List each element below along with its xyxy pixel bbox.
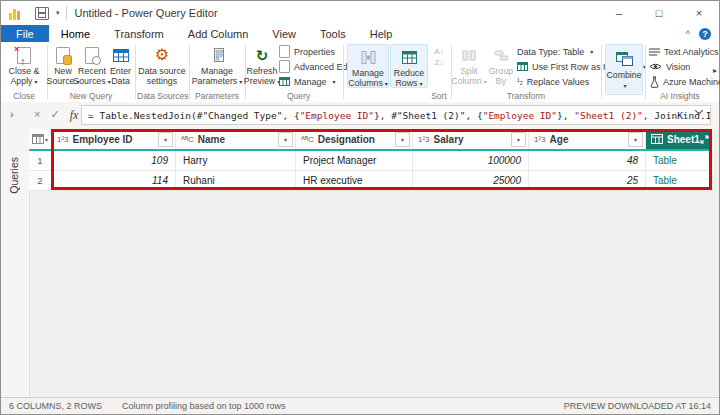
close-apply-icon: ×↑ bbox=[17, 47, 31, 64]
grid-cell[interactable]: 48 bbox=[529, 151, 646, 170]
grid-cell[interactable]: 114 bbox=[52, 171, 176, 190]
minimize-button[interactable]: – bbox=[599, 1, 639, 25]
column-type-icon[interactable]: 1²3 bbox=[534, 135, 546, 144]
grid-cell[interactable]: 25000 bbox=[413, 171, 529, 190]
expand-column-icon[interactable] bbox=[700, 135, 709, 144]
grid-cell[interactable]: 25 bbox=[529, 171, 646, 190]
tab-help[interactable]: Help bbox=[358, 25, 405, 42]
table-link-cell[interactable]: Table bbox=[646, 171, 712, 190]
status-columns-rows: 6 COLUMNS, 2 ROWS bbox=[9, 401, 102, 411]
formula-input[interactable]: = Table.NestedJoin(#"Changed Type", {"Em… bbox=[81, 105, 711, 125]
refresh-preview-button[interactable]: ↻ Refresh Preview▾ bbox=[247, 44, 277, 87]
queries-pane-collapsed[interactable]: Queries bbox=[1, 129, 30, 397]
power-bi-logo-icon bbox=[9, 6, 23, 20]
column-type-icon[interactable]: ᴬᴮC bbox=[301, 135, 314, 144]
group-by-button[interactable]: Group By bbox=[487, 44, 515, 86]
split-column-button[interactable]: Split Column▾ bbox=[453, 44, 485, 87]
enter-data-button[interactable]: Enter Data bbox=[108, 44, 133, 86]
first-row-headers-icon bbox=[517, 62, 528, 71]
tab-view[interactable]: View bbox=[260, 25, 308, 42]
table-link-cell[interactable]: Table bbox=[646, 151, 712, 170]
preview-area: Queries ▾1²3Employee ID▾ᴬᴮCName▾ᴬᴮCDesig… bbox=[1, 129, 719, 397]
grid-cell[interactable]: 109 bbox=[52, 151, 176, 170]
column-header-salary[interactable]: 1²3Salary▾ bbox=[413, 129, 529, 149]
column-header-age[interactable]: 1²3Age▾ bbox=[529, 129, 646, 149]
ribbon-group-parameters: Manage Parameters▾ Parameters bbox=[191, 42, 243, 102]
tab-tools[interactable]: Tools bbox=[308, 25, 358, 42]
grid-cell[interactable]: Project Manager bbox=[296, 151, 413, 170]
row-number[interactable]: 1 bbox=[29, 151, 52, 170]
quick-access-caret-icon[interactable]: ▾ bbox=[56, 9, 60, 17]
new-source-icon bbox=[56, 47, 70, 64]
grid-cell[interactable]: Ruhani bbox=[176, 171, 296, 190]
grid-cell[interactable]: 100000 bbox=[413, 151, 529, 170]
data-preview-grid: ▾1²3Employee ID▾ᴬᴮCName▾ᴬᴮCDesignation▾1… bbox=[29, 129, 712, 191]
ribbon-group-query: ↻ Refresh Preview▾ Properties Advanced E… bbox=[247, 42, 341, 102]
filter-dropdown-icon[interactable]: ▾ bbox=[395, 132, 410, 147]
reduce-rows-button[interactable]: Reduce Rows▾ bbox=[390, 44, 428, 88]
azure-ml-button[interactable]: Azure Machine Lea bbox=[649, 75, 720, 88]
formula-check-icon[interactable]: ✓ bbox=[50, 108, 59, 123]
column-header-employee-id[interactable]: 1²3Employee ID▾ bbox=[52, 129, 176, 149]
tab-transform[interactable]: Transform bbox=[102, 25, 176, 42]
ribbon: ×↑ Close & Apply▾ Close New Source▾ Rece… bbox=[1, 42, 719, 103]
manage-parameters-icon bbox=[211, 44, 224, 66]
fx-icon: fx bbox=[70, 108, 79, 123]
status-profiling[interactable]: Column profiling based on top 1000 rows bbox=[122, 401, 286, 411]
title-bar: ▾ Untitled - Power Query Editor – □ × bbox=[1, 1, 719, 25]
manage-parameters-button[interactable]: Manage Parameters▾ bbox=[191, 44, 243, 87]
column-type-icon[interactable]: 1²3 bbox=[418, 135, 430, 144]
text-analytics-button[interactable]: Text Analytics bbox=[649, 45, 720, 58]
advanced-editor-icon bbox=[279, 60, 290, 73]
column-header-sheet1-2-[interactable]: Sheet1 (2) bbox=[646, 129, 712, 149]
recent-sources-button[interactable]: Recent Sources▾ bbox=[76, 44, 108, 87]
row-number[interactable]: 2 bbox=[29, 171, 52, 190]
vision-button[interactable]: Vision bbox=[649, 60, 720, 73]
column-header-designation[interactable]: ᴬᴮCDesignation▾ bbox=[296, 129, 413, 149]
ribbon-group-close: ×↑ Close & Apply▾ Close bbox=[3, 42, 45, 102]
ribbon-group-sort: A↓ Z↓ Sort bbox=[429, 42, 449, 102]
select-all-corner[interactable]: ▾ bbox=[29, 129, 52, 149]
column-header-name[interactable]: ᴬᴮCName▾ bbox=[176, 129, 296, 149]
collapse-ribbon-icon[interactable]: ^ bbox=[686, 29, 690, 39]
window-title: Untitled - Power Query Editor bbox=[75, 7, 218, 19]
maximize-button[interactable]: □ bbox=[639, 1, 679, 25]
filter-dropdown-icon[interactable]: ▾ bbox=[511, 132, 526, 147]
save-icon[interactable] bbox=[35, 7, 49, 20]
table-row: 1109HarryProject Manager10000048Table bbox=[29, 151, 712, 171]
queries-pane-label: Queries bbox=[8, 157, 20, 194]
title-separator bbox=[66, 6, 67, 20]
close-button[interactable]: × bbox=[679, 1, 719, 25]
data-source-settings-button[interactable]: ⚙ Data source settings bbox=[137, 44, 187, 86]
tab-home[interactable]: Home bbox=[49, 25, 102, 42]
grid-cell[interactable]: HR executive bbox=[296, 171, 413, 190]
formula-cancel-icon[interactable]: × bbox=[34, 108, 40, 123]
combine-icon bbox=[616, 48, 633, 70]
filter-dropdown-icon[interactable]: ▾ bbox=[278, 132, 293, 147]
tab-file[interactable]: File bbox=[1, 25, 49, 42]
manage-columns-button[interactable]: Manage Columns▾ bbox=[347, 44, 389, 88]
close-apply-button[interactable]: ×↑ Close & Apply▾ bbox=[3, 44, 45, 87]
queries-pane-expander-icon[interactable]: › bbox=[10, 108, 14, 120]
ribbon-group-transform: Split Column▾ Group By Data Type: Table▾… bbox=[453, 42, 599, 102]
sort-descending-icon[interactable]: Z↓ bbox=[435, 59, 444, 67]
ai-insights-overflow-icon[interactable]: ▸ bbox=[713, 66, 717, 75]
table-row: 2114RuhaniHR executive2500025Table bbox=[29, 171, 712, 191]
azure-ml-icon bbox=[649, 76, 659, 88]
help-badge-icon[interactable]: ? bbox=[699, 28, 711, 40]
recent-sources-icon bbox=[85, 47, 99, 64]
filter-dropdown-icon[interactable]: ▾ bbox=[158, 132, 173, 147]
column-type-icon[interactable]: ᴬᴮC bbox=[181, 135, 194, 144]
split-column-icon bbox=[462, 44, 476, 66]
combine-button[interactable]: Combine ▾ bbox=[605, 44, 643, 95]
filter-dropdown-icon[interactable]: ▾ bbox=[628, 132, 643, 147]
ribbon-group-ai-insights: Text Analytics Vision Azure Machine Lea … bbox=[649, 42, 711, 102]
column-type-icon[interactable]: 1²3 bbox=[57, 135, 69, 144]
text-analytics-icon bbox=[649, 48, 660, 56]
tab-add-column[interactable]: Add Column bbox=[176, 25, 261, 42]
formula-expand-chevron-icon[interactable] bbox=[695, 110, 703, 115]
grid-cell[interactable]: Harry bbox=[176, 151, 296, 170]
sort-ascending-icon[interactable]: A↓ bbox=[434, 48, 443, 56]
status-bar: 6 COLUMNS, 2 ROWS Column profiling based… bbox=[1, 397, 719, 414]
menu-bar: File Home Transform Add Column View Tool… bbox=[1, 25, 719, 42]
